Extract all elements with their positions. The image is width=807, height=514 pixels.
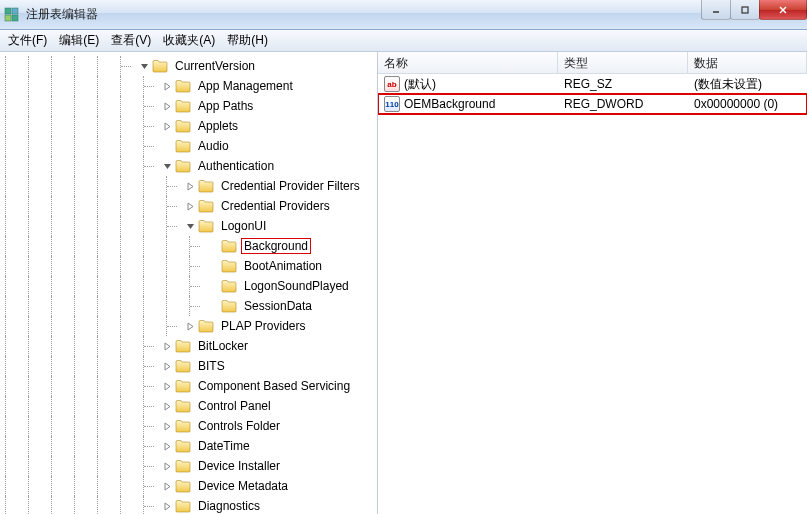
list-row[interactable]: ab(默认)REG_SZ(数值未设置) — [378, 74, 807, 94]
expander[interactable] — [161, 360, 173, 372]
expander[interactable] — [207, 300, 219, 312]
tree-label[interactable]: Credential Providers — [218, 198, 333, 214]
tree-node[interactable]: BitLocker — [0, 336, 377, 356]
maximize-button[interactable] — [730, 0, 760, 20]
minimize-button[interactable] — [701, 0, 731, 20]
tree-label[interactable]: LogonSoundPlayed — [241, 278, 352, 294]
menu-favorites[interactable]: 收藏夹(A) — [157, 29, 221, 52]
tree-node[interactable]: Credential Provider Filters — [0, 176, 377, 196]
tree-label[interactable]: Control Panel — [195, 398, 274, 414]
expander[interactable] — [161, 480, 173, 492]
folder-icon — [221, 259, 237, 273]
tree-node[interactable]: App Paths — [0, 96, 377, 116]
tree-label[interactable]: CurrentVersion — [172, 58, 258, 74]
tree-label[interactable]: BootAnimation — [241, 258, 325, 274]
expander[interactable] — [161, 460, 173, 472]
tree-node[interactable]: SessionData — [0, 296, 377, 316]
folder-icon — [175, 479, 191, 493]
collapse-icon — [163, 162, 172, 171]
expander[interactable] — [184, 200, 196, 212]
folder-icon — [175, 379, 191, 393]
tree-node[interactable]: Applets — [0, 116, 377, 136]
tree-node[interactable]: DateTime — [0, 436, 377, 456]
expander[interactable] — [207, 280, 219, 292]
tree-label[interactable]: Device Installer — [195, 458, 283, 474]
tree-label[interactable]: Background — [241, 238, 311, 254]
folder-icon — [175, 119, 191, 133]
folder-icon — [175, 459, 191, 473]
folder-icon — [175, 499, 191, 513]
menu-edit[interactable]: 编辑(E) — [53, 29, 105, 52]
tree-node[interactable]: Component Based Servicing — [0, 376, 377, 396]
expander[interactable] — [161, 160, 173, 172]
folder-icon — [175, 79, 191, 93]
expand-icon — [163, 362, 172, 371]
tree-node[interactable]: Controls Folder — [0, 416, 377, 436]
expander[interactable] — [184, 180, 196, 192]
tree-node[interactable]: Device Installer — [0, 456, 377, 476]
expander[interactable] — [161, 100, 173, 112]
svg-rect-1 — [12, 8, 18, 14]
expander[interactable] — [207, 260, 219, 272]
tree-label[interactable]: Audio — [195, 138, 232, 154]
expand-icon — [163, 82, 172, 91]
tree-label[interactable]: BITS — [195, 358, 228, 374]
expander[interactable] — [161, 120, 173, 132]
expander[interactable] — [161, 420, 173, 432]
tree-node[interactable]: LogonUI — [0, 216, 377, 236]
tree-node[interactable]: BITS — [0, 356, 377, 376]
collapse-icon — [140, 62, 149, 71]
expander[interactable] — [161, 400, 173, 412]
tree-node[interactable]: BootAnimation — [0, 256, 377, 276]
expand-icon — [163, 502, 172, 511]
tree-node[interactable]: Device Metadata — [0, 476, 377, 496]
tree-pane[interactable]: CurrentVersionApp ManagementApp PathsApp… — [0, 52, 378, 514]
tree-label[interactable]: Controls Folder — [195, 418, 283, 434]
expand-icon — [163, 482, 172, 491]
tree-node[interactable]: Diagnostics — [0, 496, 377, 514]
tree-label[interactable]: SessionData — [241, 298, 315, 314]
tree-label[interactable]: Device Metadata — [195, 478, 291, 494]
tree-label[interactable]: App Paths — [195, 98, 256, 114]
tree-node[interactable]: Credential Providers — [0, 196, 377, 216]
tree-node[interactable]: PLAP Providers — [0, 316, 377, 336]
tree-label[interactable]: App Management — [195, 78, 296, 94]
expander[interactable] — [161, 380, 173, 392]
menu-file[interactable]: 文件(F) — [2, 29, 53, 52]
tree-label[interactable]: BitLocker — [195, 338, 251, 354]
svg-rect-0 — [5, 8, 11, 14]
tree-node[interactable]: Control Panel — [0, 396, 377, 416]
column-header-name[interactable]: 名称 — [378, 52, 558, 73]
tree-label[interactable]: Applets — [195, 118, 241, 134]
reg-string-icon: ab — [384, 76, 400, 92]
column-header-type[interactable]: 类型 — [558, 52, 688, 73]
expander[interactable] — [161, 140, 173, 152]
menu-view[interactable]: 查看(V) — [105, 29, 157, 52]
tree-label[interactable]: Authentication — [195, 158, 277, 174]
close-button[interactable] — [759, 0, 807, 20]
expander[interactable] — [161, 440, 173, 452]
tree-node[interactable]: App Management — [0, 76, 377, 96]
tree-label[interactable]: Credential Provider Filters — [218, 178, 363, 194]
expander[interactable] — [161, 500, 173, 512]
tree-node[interactable]: LogonSoundPlayed — [0, 276, 377, 296]
expander[interactable] — [138, 60, 150, 72]
list-row[interactable]: 110OEMBackgroundREG_DWORD0x00000000 (0) — [378, 94, 807, 114]
expander[interactable] — [184, 320, 196, 332]
expander[interactable] — [184, 220, 196, 232]
tree-label[interactable]: PLAP Providers — [218, 318, 309, 334]
tree-label[interactable]: Component Based Servicing — [195, 378, 353, 394]
expander[interactable] — [161, 80, 173, 92]
tree-label[interactable]: LogonUI — [218, 218, 269, 234]
expander[interactable] — [207, 240, 219, 252]
tree-label[interactable]: DateTime — [195, 438, 253, 454]
value-name: OEMBackground — [404, 97, 495, 111]
tree-node[interactable]: Background — [0, 236, 377, 256]
tree-node[interactable]: CurrentVersion — [0, 56, 377, 76]
tree-label[interactable]: Diagnostics — [195, 498, 263, 514]
column-header-data[interactable]: 数据 — [688, 52, 807, 73]
tree-node[interactable]: Audio — [0, 136, 377, 156]
menu-help[interactable]: 帮助(H) — [221, 29, 274, 52]
tree-node[interactable]: Authentication — [0, 156, 377, 176]
expander[interactable] — [161, 340, 173, 352]
